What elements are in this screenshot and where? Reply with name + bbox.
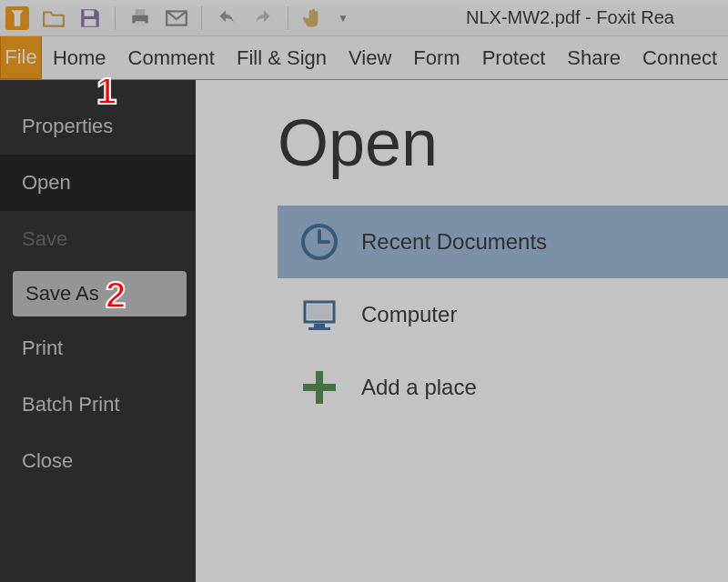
open-row-label: Recent Documents — [361, 229, 547, 255]
svg-rect-10 — [314, 324, 325, 327]
ribbon-tabs: File Home Comment Fill & Sign View Form … — [0, 36, 728, 80]
svg-rect-11 — [308, 327, 330, 330]
svg-rect-9 — [308, 305, 331, 319]
print-icon[interactable] — [128, 6, 152, 30]
tab-comment[interactable]: Comment — [117, 36, 226, 79]
open-row-recent[interactable]: Recent Documents — [278, 206, 728, 278]
mail-icon[interactable] — [165, 6, 188, 30]
sidebar-item-open[interactable]: Open — [0, 155, 196, 211]
backstage-main: Open Recent Documents Computer Add a pla… — [196, 80, 728, 582]
open-row-label: Computer — [361, 302, 457, 327]
qat-icons: ▼ — [5, 6, 349, 30]
sidebar-item-save-as[interactable]: Save As — [13, 271, 187, 316]
page-title: Open — [278, 105, 728, 180]
window-title: NLX-MW2.pdf - Foxit Rea — [358, 7, 728, 28]
clock-icon — [298, 220, 341, 264]
hand-tool-icon[interactable] — [301, 6, 325, 30]
qat-separator — [201, 6, 202, 30]
qat-separator — [288, 6, 288, 30]
tab-share[interactable]: Share — [556, 36, 632, 79]
backstage-body: Properties Open Save Save As Print Batch… — [0, 80, 728, 582]
open-file-icon[interactable] — [42, 6, 66, 30]
svg-rect-2 — [85, 19, 96, 26]
backstage-sidebar: Properties Open Save Save As Print Batch… — [0, 80, 196, 582]
svg-rect-1 — [85, 10, 95, 15]
tab-protect[interactable]: Protect — [471, 36, 557, 79]
computer-icon — [298, 293, 341, 336]
tab-form[interactable]: Form — [402, 36, 470, 79]
save-icon[interactable] — [78, 6, 102, 30]
sidebar-item-print[interactable]: Print — [0, 320, 196, 376]
file-tab[interactable]: File — [0, 36, 42, 79]
quick-access-toolbar: ▼ NLX-MW2.pdf - Foxit Rea — [0, 0, 728, 36]
qat-dropdown-icon[interactable]: ▼ — [338, 12, 349, 25]
foxit-logo-icon — [5, 6, 29, 30]
tab-connect[interactable]: Connect — [632, 36, 728, 79]
open-row-computer[interactable]: Computer — [278, 278, 728, 351]
qat-separator — [115, 6, 116, 30]
sidebar-item-close[interactable]: Close — [0, 433, 196, 489]
open-row-label: Add a place — [361, 375, 477, 400]
svg-rect-13 — [303, 384, 336, 391]
undo-icon[interactable] — [215, 6, 238, 30]
open-row-add-place[interactable]: Add a place — [278, 351, 728, 424]
tab-fill-sign[interactable]: Fill & Sign — [226, 36, 338, 79]
plus-icon — [298, 366, 341, 409]
svg-rect-5 — [136, 21, 146, 27]
sidebar-item-save: Save — [0, 211, 196, 267]
sidebar-item-batch-print[interactable]: Batch Print — [0, 376, 196, 433]
tab-home[interactable]: Home — [42, 36, 117, 79]
sidebar-item-properties[interactable]: Properties — [0, 98, 196, 155]
svg-rect-4 — [136, 9, 146, 15]
tab-view[interactable]: View — [338, 36, 402, 79]
redo-icon[interactable] — [251, 6, 275, 30]
